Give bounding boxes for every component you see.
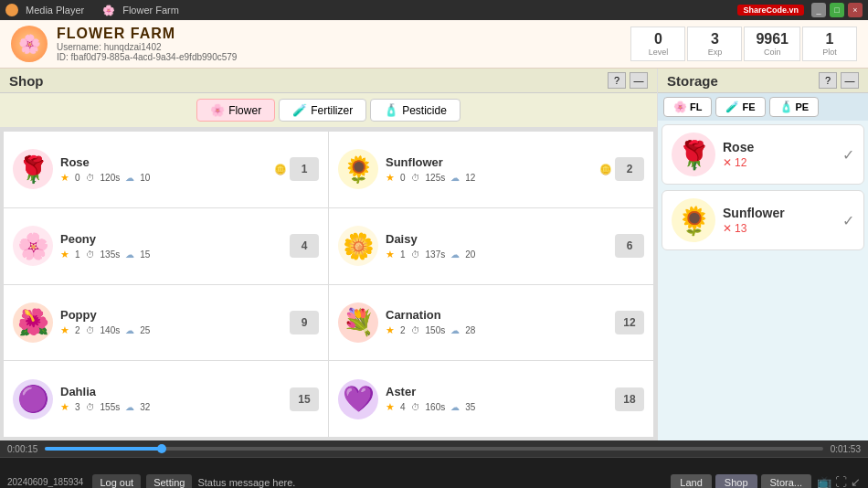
list-item[interactable]: 🌹 Rose ★ 0 ⏱ 120s ☁ 10	[4, 132, 328, 207]
window-controls: _ □ ×	[811, 3, 863, 17]
shop-header: Shop ? —	[0, 69, 657, 93]
storage-panel: Storage ? — 🌸 FL 🧪 FE	[658, 69, 868, 440]
stat-coin: 9961 Coin	[744, 27, 800, 61]
game-bottom-bar: 20240609_185934 Log out Setting Status m…	[0, 457, 868, 488]
pe-label: PE	[796, 101, 810, 112]
storage-items-list: 🌹 Rose ✕ 12 ✓ 🌻	[658, 121, 868, 440]
stats-bar: 0 Level 3 Exp 9961 Coin 1 Plot	[630, 27, 857, 61]
rose-details: Rose ★ 0 ⏱ 120s ☁ 10	[60, 155, 267, 184]
sunflower-name: Sunflower	[386, 155, 592, 169]
fe-icon: 🧪	[725, 101, 739, 113]
rose-image: 🌹	[13, 149, 53, 189]
list-item[interactable]: 🌻 Sunflower ✕ 13 ✓	[662, 190, 864, 250]
carnation-details: Carnation ★ 2 ⏱ 150s ☁ 28	[386, 308, 608, 336]
shop-title: Shop	[9, 73, 44, 89]
aster-count: 18	[615, 387, 644, 411]
close-button[interactable]: ×	[848, 3, 863, 17]
minimize-button[interactable]: _	[811, 3, 826, 17]
dahlia-count: 15	[290, 387, 319, 411]
storage-sunflower-name: Sunflower	[723, 206, 835, 220]
fertilizer-tab-icon: 🧪	[292, 103, 307, 117]
stat-exp: 3 Exp	[687, 27, 742, 61]
dahlia-stats: ★ 3 ⏱ 155s ☁ 32	[60, 401, 282, 413]
sunflower-stats: ★ 0 ⏱ 125s ☁ 12	[386, 172, 592, 184]
list-item[interactable]: 🌻 Sunflower ★ 0 ⏱ 125s ☁ 12	[329, 132, 653, 207]
list-item[interactable]: 🌼 Daisy ★ 1 ⏱ 137s ☁ 20	[329, 208, 653, 284]
poppy-details: Poppy ★ 2 ⏱ 140s ☁ 25	[60, 308, 282, 336]
peony-name: Peony	[60, 232, 282, 246]
media-player-icon	[5, 4, 18, 16]
maximize-button[interactable]: □	[830, 3, 844, 17]
corner-icons: 📺 ⛶ ↙	[817, 475, 861, 488]
storage-tab-pe[interactable]: 🧴 PE	[769, 97, 820, 117]
storage-tab-bar: 🌸 FL 🧪 FE 🧴 PE	[658, 93, 868, 121]
expand-icon[interactable]: ⛶	[835, 475, 847, 488]
header-info: 🌸 FLOWER FARM Username: hunqdzai1402 ID:…	[0, 20, 868, 69]
content-area: Shop ? — 🌸 Flower 🧪 Fertilizer	[0, 69, 868, 440]
farm-name: FLOWER FARM	[57, 26, 237, 42]
peony-details: Peony ★ 1 ⏱ 135s ☁ 15	[60, 232, 282, 260]
daisy-count: 6	[615, 234, 644, 258]
storage-rose-image: 🌹	[672, 133, 715, 176]
tab-flower[interactable]: 🌸 Flower	[196, 99, 275, 122]
farm-id: ID: fbaf0d79-885a-4acd-9a34-e9fdb990c579	[57, 52, 237, 62]
shop-button[interactable]: Shop	[715, 474, 757, 489]
top-taskbar: Media Player 🌸 Flower Farm ShareCode.vn …	[0, 0, 868, 20]
aster-name: Aster	[386, 385, 608, 398]
flower-tab-icon: 🌸	[210, 103, 225, 117]
setting-button[interactable]: Setting	[146, 474, 192, 489]
shop-close-button[interactable]: —	[630, 72, 648, 89]
progress-track[interactable]	[45, 447, 822, 451]
aster-details: Aster ★ 4 ⏱ 160s ☁ 35	[386, 385, 608, 413]
rose-name: Rose	[60, 155, 267, 169]
tab-pesticide[interactable]: 🧴 Pesticide	[370, 99, 460, 122]
poppy-name: Poppy	[60, 308, 282, 322]
media-player-label: Media Player	[26, 5, 84, 16]
pesticide-tab-label: Pesticide	[402, 104, 447, 117]
list-item[interactable]: 💐 Carnation ★ 2 ⏱ 150s ☁ 28	[329, 285, 653, 361]
shop-item-grid: 🌹 Rose ★ 0 ⏱ 120s ☁ 10	[0, 128, 657, 440]
farm-logo: 🌸	[11, 26, 48, 62]
dahlia-name: Dahlia	[60, 385, 282, 398]
flower-tab-label: Flower	[228, 104, 261, 117]
shop-help-button[interactable]: ?	[608, 72, 626, 89]
time-left: 0:00:15	[7, 444, 37, 454]
list-item[interactable]: 🌹 Rose ✕ 12 ✓	[662, 124, 864, 185]
logout-button[interactable]: Log out	[92, 474, 141, 489]
list-item[interactable]: 🌸 Peony ★ 1 ⏱ 135s ☁ 15	[4, 208, 328, 284]
aster-image: 💜	[338, 379, 378, 419]
peony-count: 4	[290, 234, 319, 258]
nav-buttons: Land Shop Stora...	[671, 474, 811, 489]
farm-username: Username: hunqdzai1402	[57, 42, 237, 52]
sunflower-image: 🌻	[338, 149, 378, 189]
storage-tab-fl[interactable]: 🌸 FL	[663, 97, 712, 117]
sunflower-check-icon: ✓	[842, 212, 854, 229]
storage-sunflower-image: 🌻	[672, 198, 715, 242]
daisy-image: 🌼	[338, 226, 378, 266]
fe-label: FE	[742, 101, 755, 112]
daisy-details: Daisy ★ 1 ⏱ 137s ☁ 20	[386, 232, 608, 260]
storage-button[interactable]: Stora...	[761, 474, 811, 489]
storage-sunflower-count: ✕ 13	[723, 222, 835, 235]
storage-rose-info: Rose ✕ 12	[723, 140, 835, 169]
list-item[interactable]: 🌺 Poppy ★ 2 ⏱ 140s ☁ 25	[4, 285, 328, 361]
progress-thumb	[157, 444, 166, 453]
rose-count: 1	[290, 157, 319, 181]
sunflower-details: Sunflower ★ 0 ⏱ 125s ☁ 12	[386, 155, 592, 184]
tab-fertilizer[interactable]: 🧪 Fertilizer	[279, 99, 366, 122]
storage-close-button[interactable]: —	[841, 72, 859, 89]
minimize-icon[interactable]: ↙	[851, 475, 861, 488]
time-right: 0:01:53	[831, 444, 861, 454]
aster-stats: ★ 4 ⏱ 160s ☁ 35	[386, 401, 608, 413]
list-item[interactable]: 🟣 Dahlia ★ 3 ⏱ 155s ☁ 32	[4, 361, 328, 437]
carnation-count: 12	[615, 311, 644, 334]
list-item[interactable]: 💜 Aster ★ 4 ⏱ 160s ☁ 35	[329, 361, 653, 437]
progress-bar-area: 0:00:15 0:01:53	[0, 440, 868, 457]
storage-help-button[interactable]: ?	[819, 72, 837, 89]
storage-header: Storage ? —	[658, 69, 868, 93]
storage-tab-fe[interactable]: 🧪 FE	[715, 97, 765, 117]
status-message: Status message here.	[197, 477, 295, 488]
sunflower-coin-icon: 🪙	[599, 164, 612, 175]
land-button[interactable]: Land	[671, 474, 711, 489]
sharecode-badge: ShareCode.vn	[737, 5, 804, 16]
